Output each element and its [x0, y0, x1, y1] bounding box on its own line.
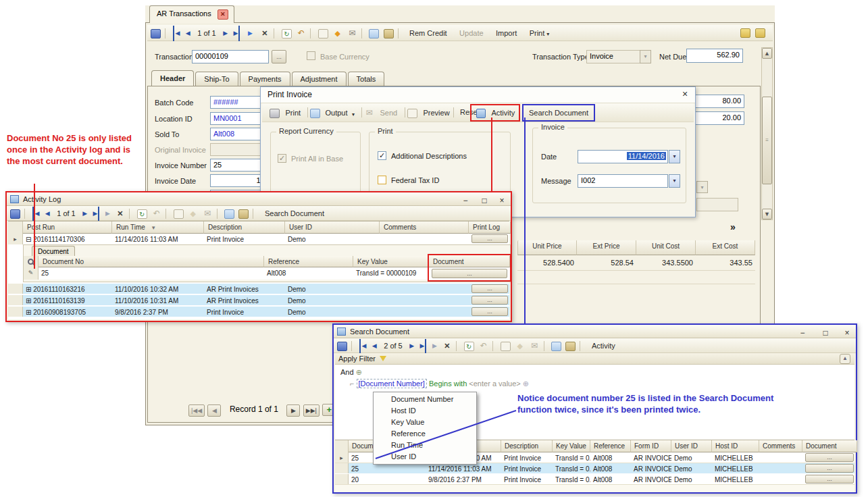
invoice-date-dropdown-icon[interactable]: ▾: [669, 150, 680, 163]
scroll-down-icon[interactable]: ▼: [762, 209, 772, 219]
print-menu-button[interactable]: Print ▾: [530, 26, 550, 42]
binoculars-icon[interactable]: [740, 28, 750, 38]
grid-col-unit-cost[interactable]: Unit Cost: [636, 240, 696, 255]
minimize-icon[interactable]: −: [796, 326, 809, 340]
delete-icon[interactable]: ✕: [115, 209, 125, 219]
verify-icon[interactable]: ◆: [332, 29, 342, 38]
document-button[interactable]: ...: [432, 269, 507, 278]
col-comments[interactable]: Comments: [380, 221, 469, 234]
minimize-icon[interactable]: −: [459, 194, 471, 207]
table-row[interactable]: 20 9/8/2016 2:37 PM Print Invoice TransI…: [335, 474, 854, 485]
record-first-button[interactable]: |◀◀: [188, 404, 205, 417]
nav-prev-icon[interactable]: ◀: [45, 207, 50, 221]
menu-item[interactable]: Run Time: [374, 440, 476, 451]
invoice-message-dropdown-icon[interactable]: ▾: [669, 174, 680, 188]
save-icon[interactable]: [10, 209, 20, 219]
tab-ship-to[interactable]: Ship-To: [195, 72, 238, 86]
menu-item[interactable]: User ID: [374, 451, 476, 463]
col-reference[interactable]: Reference: [590, 440, 631, 452]
preview-icon[interactable]: [501, 342, 511, 351]
save-icon[interactable]: [337, 342, 347, 351]
subcol-document[interactable]: Document: [429, 256, 510, 267]
rem-credit-button[interactable]: Rem Credit: [409, 26, 447, 41]
preview-icon[interactable]: [318, 29, 328, 38]
search-document-button[interactable]: Search Document: [522, 104, 595, 122]
col-description[interactable]: Description: [501, 440, 553, 452]
copy-icon[interactable]: [369, 29, 379, 38]
menu-item[interactable]: Key Value: [374, 417, 476, 428]
import-button[interactable]: Import: [496, 26, 517, 41]
document-button[interactable]: ...: [805, 453, 854, 462]
col-description[interactable]: Description: [204, 221, 285, 234]
nav-next-icon[interactable]: ▶: [223, 26, 228, 41]
paste-icon[interactable]: [565, 342, 576, 351]
dialog-close-icon[interactable]: ×: [679, 88, 691, 99]
col-comments[interactable]: Comments: [759, 440, 802, 452]
nav-next-icon[interactable]: ▶: [82, 207, 87, 221]
document-button[interactable]: ...: [805, 475, 854, 483]
notes-icon[interactable]: [755, 28, 765, 38]
subcol-document-no[interactable]: Document No: [39, 256, 264, 267]
save-icon[interactable]: [151, 29, 161, 38]
nav-prev-icon[interactable]: ◀: [186, 26, 190, 41]
output-dropdown-icon[interactable]: ▾: [352, 111, 355, 117]
copy-icon[interactable]: [551, 342, 561, 351]
tab-ar-transactions[interactable]: AR Transactions ✕: [149, 5, 234, 23]
col-print-log[interactable]: Print Log: [469, 221, 511, 234]
scroll-up-icon[interactable]: ▲: [762, 48, 772, 59]
col-form-id[interactable]: Form ID: [631, 440, 671, 452]
subcol-key-value[interactable]: Key Value: [353, 256, 429, 267]
grid-col-unit-price[interactable]: Unit Price: [517, 240, 577, 255]
record-prev-button[interactable]: ◀: [207, 404, 221, 417]
undo-icon[interactable]: ↶: [296, 29, 306, 38]
print-log-button[interactable]: ...: [471, 234, 508, 243]
new-record-icon[interactable]: ▶: [245, 29, 255, 38]
print-log-button[interactable]: ...: [471, 307, 508, 316]
additional-descriptions-checkbox[interactable]: ✓: [378, 151, 386, 160]
table-row[interactable]: 25 11/14/2016 11:03 AM Print Invoice Tra…: [335, 463, 854, 474]
refresh-icon[interactable]: ↻: [282, 29, 292, 38]
invoice-date-field[interactable]: 11/14/2016: [578, 150, 668, 163]
nav-first-icon[interactable]: ◀: [173, 26, 180, 41]
activity-button[interactable]: Activity: [470, 104, 520, 122]
delete-icon[interactable]: ✕: [259, 29, 270, 38]
tab-close-icon[interactable]: ✕: [218, 9, 228, 20]
scroll-thumb[interactable]: ≡: [762, 97, 772, 184]
add-subcondition-icon[interactable]: ⊕: [523, 380, 529, 388]
maximize-icon[interactable]: □: [478, 194, 490, 207]
paste-icon[interactable]: [384, 29, 394, 38]
add-condition-icon[interactable]: ⊕: [356, 368, 362, 376]
col-user-id[interactable]: User ID: [285, 221, 380, 234]
search-document-button[interactable]: Search Document: [265, 207, 324, 221]
nav-last-icon[interactable]: ▶: [93, 207, 100, 221]
nav-first-icon[interactable]: ◀: [359, 339, 366, 353]
refresh-icon[interactable]: ↻: [137, 209, 147, 219]
grid-col-ext-cost[interactable]: Ext Cost: [696, 240, 755, 255]
document-button[interactable]: ...: [805, 464, 854, 473]
nav-next-icon[interactable]: ▶: [409, 339, 414, 353]
col-document[interactable]: Document: [802, 440, 857, 452]
preview-button[interactable]: Preview: [423, 104, 449, 122]
print-log-button[interactable]: ...: [471, 284, 508, 293]
col-run-time[interactable]: Run Time ▼: [112, 221, 204, 234]
refresh-icon[interactable]: ↻: [464, 342, 474, 351]
apply-filter-bar[interactable]: Apply Filter ▲: [335, 353, 854, 365]
record-last-button[interactable]: ▶▶|: [303, 404, 320, 417]
filter-value[interactable]: <enter a value>: [469, 380, 520, 388]
menu-item[interactable]: Document Number: [374, 394, 476, 405]
vertical-scrollbar[interactable]: ▲ ≡ ▼: [761, 47, 773, 220]
nav-last-icon[interactable]: ▶: [420, 339, 427, 353]
menu-item[interactable]: Host ID: [374, 405, 476, 417]
record-next-button[interactable]: ▶: [286, 404, 300, 417]
expand-columns-icon[interactable]: »: [730, 221, 736, 232]
activity-button[interactable]: Activity: [592, 339, 615, 353]
print-button[interactable]: Print: [285, 104, 301, 122]
maximize-icon[interactable]: □: [819, 326, 832, 340]
tab-totals[interactable]: Totals: [348, 72, 385, 86]
col-post-run[interactable]: Post Run: [23, 221, 112, 234]
close-icon[interactable]: ×: [496, 194, 508, 207]
col-user-id[interactable]: User ID: [671, 440, 712, 452]
paste-icon[interactable]: [238, 209, 249, 219]
grid-col-ext-price[interactable]: Ext Price: [577, 240, 636, 255]
tab-payments[interactable]: Payments: [240, 72, 290, 86]
